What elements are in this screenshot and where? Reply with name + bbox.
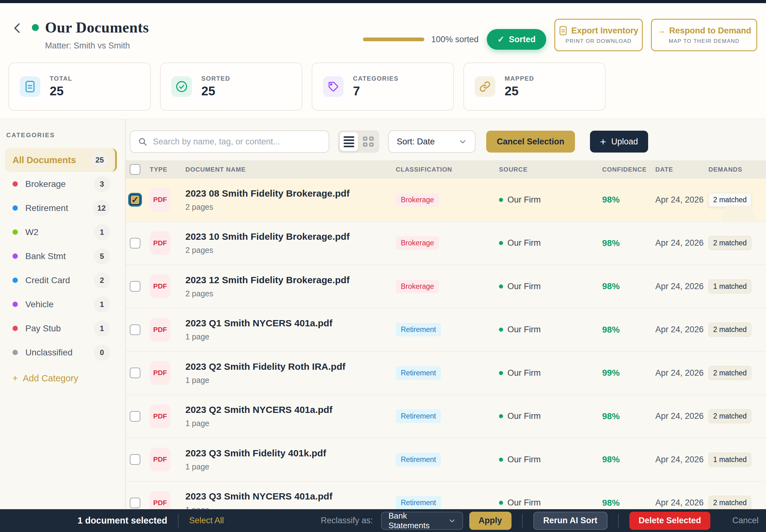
stat-label: TOTAL [50, 75, 72, 82]
table-row[interactable]: PDF2023 10 Smith Fidelity Brokerage.pdf2… [126, 222, 766, 265]
confidence-value: 98% [602, 325, 620, 334]
table-row[interactable]: PDF2023 Q2 Smith Fidelity Roth IRA.pdf1 … [126, 352, 766, 395]
apply-button[interactable]: Apply [469, 512, 512, 530]
respond-to-demand-sublabel: MAP TO THEIR DEMAND [669, 38, 740, 44]
respond-to-demand-label: Respond to Demand [669, 26, 751, 36]
category-count: 12 [93, 200, 110, 216]
sorted-button[interactable]: ✓ Sorted [487, 29, 546, 50]
category-dot [13, 350, 18, 355]
select-all-checkbox[interactable] [130, 164, 140, 175]
category-dot [13, 326, 18, 331]
document-pages: 1 page [185, 376, 396, 385]
file-type-badge: PDF [150, 231, 170, 255]
demands-badge: 2 matched [708, 409, 751, 423]
file-type-badge: PDF [150, 274, 170, 298]
sidebar-item-pay-stub[interactable]: Pay Stub1 [5, 316, 117, 340]
row-checkbox[interactable] [130, 368, 140, 378]
document-pages: 1 page [185, 462, 396, 471]
row-checkbox[interactable] [130, 454, 140, 465]
progress-bar [363, 38, 424, 41]
stat-value: 25 [50, 84, 72, 98]
category-label: Pay Stub [25, 324, 61, 334]
reclassify-dropdown[interactable]: Bank Statements [381, 512, 463, 530]
cancel-button[interactable]: Cancel [732, 516, 758, 525]
column-header-classification: CLASSIFICATION [396, 166, 499, 173]
rerun-ai-sort-button[interactable]: Rerun AI Sort [533, 512, 607, 530]
row-checkbox[interactable] [130, 281, 140, 292]
add-category-button[interactable]: + Add Category [13, 373, 78, 384]
export-inventory-button[interactable]: Export Inventory PRINT OR DOWNLOAD [554, 19, 643, 51]
stat-value: 25 [505, 84, 534, 98]
classification-pill: Brokerage [396, 280, 439, 293]
source-label: Our Firm [507, 282, 541, 291]
column-header-source: SOURCE [499, 166, 602, 173]
category-label: W2 [25, 227, 38, 237]
document-name: 2023 Q3 Smith Fidelity 401k.pdf [185, 448, 396, 459]
select-all-button[interactable]: Select All [189, 516, 224, 525]
sort-progress: 100% sorted [363, 35, 479, 44]
reclassify-label: Reclassify as: [321, 516, 373, 525]
cancel-selection-button[interactable]: Cancel Selection [486, 131, 575, 153]
row-checkbox[interactable] [130, 324, 140, 335]
sidebar-item-vehicle[interactable]: Vehicle1 [5, 292, 117, 316]
document-icon [20, 76, 40, 97]
sidebar-item-unclassified[interactable]: Unclassified0 [5, 340, 117, 364]
category-dot [13, 302, 18, 307]
sidebar-item-w2[interactable]: W21 [5, 220, 117, 244]
chevron-left-icon [11, 22, 25, 34]
source-label: Our Firm [507, 411, 541, 421]
sidebar-item-retirement[interactable]: Retirement12 [5, 196, 117, 220]
row-checkbox[interactable] [130, 411, 140, 422]
demands-badge: 1 matched [708, 453, 751, 467]
upload-button[interactable]: + Upload [590, 131, 648, 153]
date-value: Apr 24, 2026 [655, 195, 704, 204]
table-body: ✓PDF2023 08 Smith Fidelity Brokerage.pdf… [126, 178, 766, 525]
date-value: Apr 24, 2026 [655, 368, 704, 378]
table-row[interactable]: PDF2023 Q2 Smith NYCERS 401a.pdf1 pageRe… [126, 395, 766, 439]
respond-to-demand-button[interactable]: → Respond to Demand MAP TO THEIR DEMAND [651, 19, 757, 51]
documents-toolbar: Sort: Date Cancel Selection + Upload [126, 119, 766, 153]
table-row[interactable]: PDF2023 12 Smith Fidelity Brokerage.pdf2… [126, 265, 766, 309]
sidebar-item-credit-card[interactable]: Credit Card2 [5, 268, 117, 292]
category-count: 5 [94, 248, 110, 264]
search-input[interactable] [153, 137, 321, 147]
all-documents-count: 25 [91, 152, 108, 168]
stat-value: 25 [201, 84, 230, 98]
confidence-value: 98% [602, 238, 620, 248]
confidence-value: 98% [602, 454, 620, 464]
category-dot [13, 205, 18, 211]
confidence-value: 98% [602, 411, 620, 421]
list-view-icon [344, 136, 354, 147]
sort-dropdown[interactable]: Sort: Date [388, 130, 476, 153]
table-row[interactable]: PDF2023 Q1 Smith NYCERS 401a.pdf1 pageRe… [126, 309, 766, 352]
link-icon [475, 76, 495, 97]
row-checkbox[interactable]: ✓ [130, 194, 140, 205]
file-type-badge: PDF [150, 318, 170, 342]
sidebar-item-all-documents[interactable]: All Documents 25 [5, 148, 117, 172]
chevron-down-icon [449, 517, 456, 524]
content-area: CATEGORIES All Documents 25 Brokerage3Re… [0, 119, 766, 532]
list-view-button[interactable] [340, 132, 358, 151]
category-count: 1 [94, 320, 110, 337]
back-button[interactable] [11, 21, 25, 35]
table-row[interactable]: ✓PDF2023 08 Smith Fidelity Brokerage.pdf… [126, 178, 766, 222]
document-name: 2023 Q1 Smith NYCERS 401a.pdf [185, 318, 396, 329]
table-header: TYPE DOCUMENT NAME CLASSIFICATION SOURCE… [126, 160, 766, 178]
confidence-value: 98% [602, 195, 620, 204]
column-header-name: DOCUMENT NAME [185, 166, 396, 173]
category-label: Bank Stmt [25, 251, 66, 261]
delete-selected-button[interactable]: Delete Selected [629, 512, 711, 530]
document-name: 2023 10 Smith Fidelity Brokerage.pdf [185, 231, 396, 242]
row-checkbox[interactable] [130, 498, 140, 508]
document-name: 2023 Q2 Smith NYCERS 401a.pdf [185, 404, 396, 415]
grid-view-button[interactable] [359, 132, 377, 151]
sidebar-item-bank-stmt[interactable]: Bank Stmt5 [5, 244, 117, 268]
document-name: 2023 12 Smith Fidelity Brokerage.pdf [185, 275, 396, 285]
sidebar-item-brokerage[interactable]: Brokerage3 [5, 172, 117, 196]
search-box [130, 130, 329, 153]
stat-card-categories: CATEGORIES7 [312, 63, 454, 111]
stat-card-mapped: MAPPED25 [463, 63, 606, 111]
table-row[interactable]: PDF2023 Q3 Smith Fidelity 401k.pdf1 page… [126, 438, 766, 482]
demands-badge: 2 matched [708, 236, 751, 250]
row-checkbox[interactable] [130, 238, 140, 248]
